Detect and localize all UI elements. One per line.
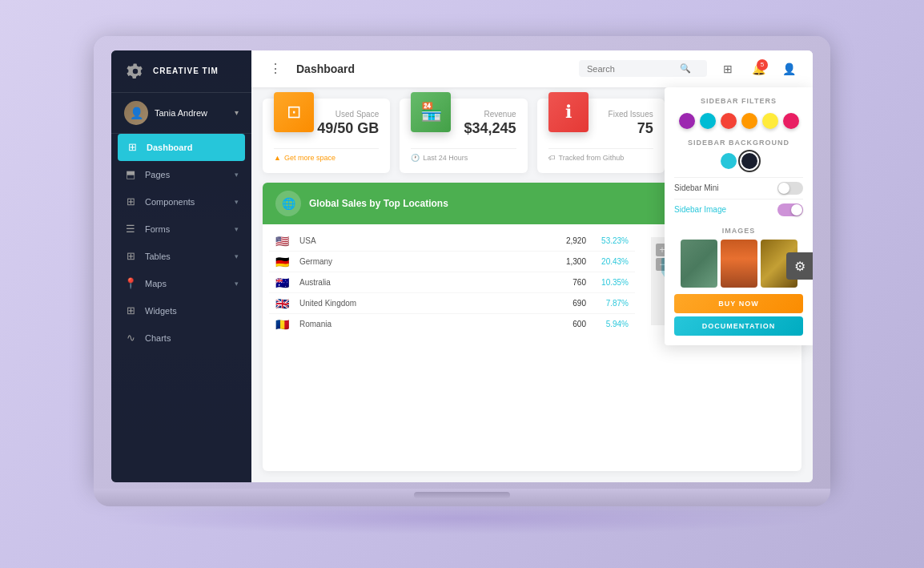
documentation-button[interactable]: DOCUMENTATION <box>674 316 803 336</box>
filter-color-dots <box>674 113 803 129</box>
bg-color-dark[interactable] <box>741 153 757 169</box>
chevron-right-icon: ▾ <box>235 252 239 260</box>
topbar-icons: ⊞ 🔔 5 👤 <box>717 58 800 80</box>
nav-label: Components <box>145 197 227 207</box>
table-row: 🇬🇧 United Kingdom 690 7.87% <box>269 293 635 314</box>
nav-label: Pages <box>145 170 227 179</box>
filters-title: SIDEBAR FILTERS <box>674 97 803 105</box>
notification-badge: 5 <box>757 59 768 70</box>
user-name: Tania Andrew <box>155 108 228 118</box>
filter-color-purple[interactable] <box>679 113 695 129</box>
used-space-footer: ▲ Get more space <box>274 154 379 162</box>
laptop-shadow <box>94 502 830 534</box>
bg-color-cyan[interactable] <box>721 153 737 169</box>
settings-gear-button[interactable]: ⚙ <box>786 252 813 280</box>
filter-color-cyan[interactable] <box>700 113 716 129</box>
buy-now-button[interactable]: BUY NOW <box>674 294 803 313</box>
tables-icon: ⊞ <box>124 250 137 263</box>
country-value: 1,300 <box>558 257 586 266</box>
forms-icon: ☰ <box>124 223 137 236</box>
filters-panel: SIDEBAR FILTERS SIDEBAR BACKGROUND <box>665 87 813 345</box>
grid-icon[interactable]: ⊞ <box>717 58 739 80</box>
revenue-footer: 🕐 Last 24 Hours <box>411 154 516 162</box>
chevron-right-icon: ▾ <box>235 280 239 288</box>
filter-color-red[interactable] <box>721 113 737 129</box>
country-percent: 53.23% <box>593 236 629 245</box>
toggle-knob <box>791 204 802 216</box>
nav-label: Dashboard <box>147 143 237 152</box>
flag-romania: 🇷🇴 <box>275 318 293 330</box>
sidebar-item-forms[interactable]: ☰ Forms ▾ <box>111 216 251 243</box>
country-name: Australia <box>299 278 552 287</box>
sidebar-mini-toggle-row: Sidebar Mini <box>674 177 803 199</box>
nav-label: Charts <box>145 333 239 343</box>
table-left: 🇺🇸 USA 2,920 53.23% 🇩🇪 Germany 1,300 <box>263 231 641 335</box>
sidebar-item-pages[interactable]: ⬒ Pages ▾ <box>111 161 251 188</box>
sidebar-item-tables[interactable]: ⊞ Tables ▾ <box>111 243 251 270</box>
toggle-knob <box>778 183 789 194</box>
sidebar: CREATIVE TIM 👤 Tania Andrew ▾ ⊞ Dashboar… <box>111 50 251 482</box>
menu-dots-button[interactable]: ⋮ <box>264 58 287 80</box>
country-value: 2,920 <box>558 236 586 245</box>
sidebar-image-toggle-row: Sidebar Image <box>674 199 803 220</box>
tag-icon: 🏷 <box>548 154 556 162</box>
user-profile[interactable]: 👤 Tania Andrew ▾ <box>111 93 251 134</box>
revenue-icon: 🏪 <box>411 92 451 132</box>
chevron-down-icon: ▾ <box>235 108 239 117</box>
fixed-issues-icon: ℹ <box>548 92 589 132</box>
used-space-icon: ⊡ <box>274 92 314 132</box>
sidebar-mini-toggle[interactable] <box>777 182 803 195</box>
image-thumb-2[interactable] <box>721 240 757 288</box>
sidebar-image-label: Sidebar Image <box>674 205 726 214</box>
nav-label: Maps <box>145 279 227 288</box>
topbar: ⋮ Dashboard 🔍 ⊞ 🔔 5 👤 <box>251 50 813 87</box>
search-container: 🔍 <box>579 60 707 77</box>
map-icon: 📍 <box>124 277 137 290</box>
table-title: Global Sales by Top Locations <box>309 198 448 209</box>
table-row: 🇷🇴 Romania 600 5.94% <box>269 314 635 334</box>
country-percent: 5.94% <box>593 320 629 328</box>
chevron-right-icon: ▾ <box>235 198 239 206</box>
sidebar-item-widgets[interactable]: ⊞ Widgets <box>111 297 251 324</box>
image-thumb-1[interactable] <box>681 240 717 288</box>
sidebar-image-toggle[interactable] <box>777 203 803 216</box>
notifications-icon[interactable]: 🔔 5 <box>747 58 769 80</box>
user-icon[interactable]: 👤 <box>777 58 800 80</box>
country-value: 690 <box>558 299 586 308</box>
bg-color-dots <box>674 153 803 169</box>
sidebar-item-dashboard[interactable]: ⊞ Dashboard <box>118 134 245 161</box>
images-title: IMAGES <box>674 227 803 235</box>
search-input[interactable] <box>587 64 675 74</box>
sidebar-item-components[interactable]: ⊞ Components ▾ <box>111 188 251 216</box>
country-name: Romania <box>299 320 552 328</box>
bg-section: SIDEBAR BACKGROUND <box>674 139 803 169</box>
stat-card-fixed-issues: ℹ Fixed Issues 75 🏷 Tracked from Github <box>537 99 665 173</box>
country-percent: 7.87% <box>593 299 629 308</box>
fixed-issues-footer: 🏷 Tracked from Github <box>548 154 653 162</box>
globe-icon: 🌐 <box>275 191 301 216</box>
bg-title: SIDEBAR BACKGROUND <box>674 139 803 147</box>
flag-australia: 🇦🇺 <box>275 276 293 288</box>
sidebar-nav: ⊞ Dashboard ⬒ Pages ▾ ⊞ Components ▾ ☰ <box>111 134 251 482</box>
dashboard-icon: ⊞ <box>126 141 139 154</box>
stat-card-revenue: 🏪 Revenue $34,245 🕐 Last 24 Hours <box>400 99 527 173</box>
warning-icon: ▲ <box>274 154 281 162</box>
logo-text: CREATIVE TIM <box>153 66 219 76</box>
stat-card-used-space: ⊡ Used Space 49/50 GB ▲ Get more space <box>263 99 390 173</box>
filter-color-yellow[interactable] <box>762 113 778 129</box>
table-row: 🇦🇺 Australia 760 10.35% <box>269 272 635 293</box>
sidebar-item-maps[interactable]: 📍 Maps ▾ <box>111 270 251 297</box>
filter-color-orange[interactable] <box>741 113 757 129</box>
country-name: Germany <box>299 257 552 266</box>
table-row: 🇺🇸 USA 2,920 53.23% <box>269 231 635 252</box>
nav-label: Forms <box>145 224 227 234</box>
chevron-right-icon: ▾ <box>235 171 239 179</box>
laptop-screen: CREATIVE TIM 👤 Tania Andrew ▾ ⊞ Dashboar… <box>111 50 813 482</box>
laptop-shell: CREATIVE TIM 👤 Tania Andrew ▾ ⊞ Dashboar… <box>94 36 830 533</box>
table-row: 🇩🇪 Germany 1,300 20.43% <box>269 252 635 272</box>
image-thumbs <box>674 240 803 288</box>
filter-color-pink[interactable] <box>783 113 799 129</box>
logo-gear-icon <box>124 60 147 83</box>
components-icon: ⊞ <box>124 195 137 208</box>
sidebar-item-charts[interactable]: ∿ Charts <box>111 324 251 352</box>
